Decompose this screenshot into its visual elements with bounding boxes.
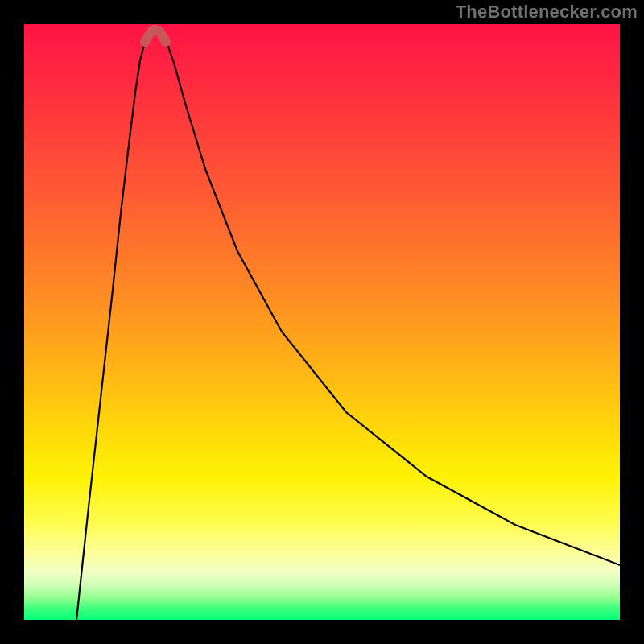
left-branch-path [76,34,151,620]
valley-marker-path [145,30,166,42]
curve-layer [24,24,620,620]
chart-frame: TheBottlenecker.com [0,0,644,644]
plot-area [24,24,620,620]
right-branch-path [159,34,620,565]
watermark-text: TheBottlenecker.com [456,2,638,23]
